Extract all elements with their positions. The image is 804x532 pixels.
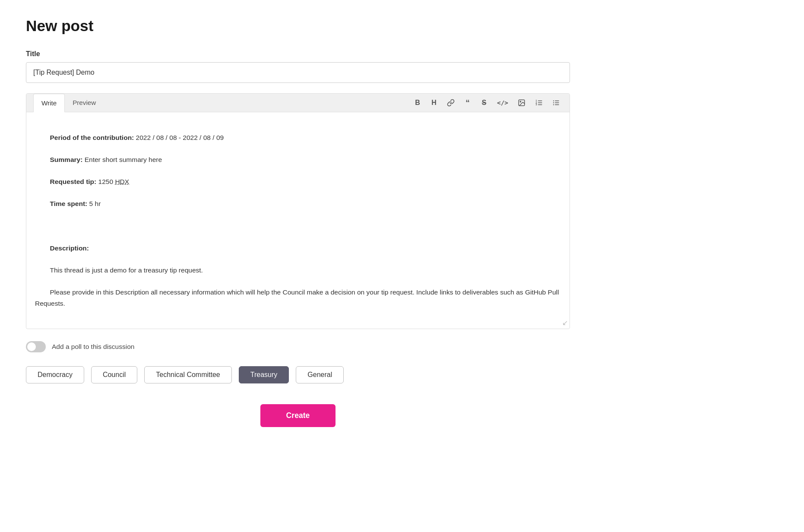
page-title: New post	[26, 17, 570, 35]
svg-point-12	[553, 102, 554, 103]
strikethrough-icon[interactable]: S	[478, 97, 490, 109]
create-button[interactable]: Create	[260, 404, 336, 427]
preview-tab[interactable]: Preview	[65, 94, 104, 112]
code-icon[interactable]: </>	[494, 97, 511, 109]
unordered-list-icon[interactable]	[550, 97, 563, 109]
editor-toolbar: B H “ S </>	[411, 96, 563, 109]
editor-content[interactable]: Period of the contribution: 2022 / 08 / …	[35, 121, 561, 320]
poll-label: Add a poll to this discussion	[52, 343, 134, 351]
category-council[interactable]: Council	[91, 366, 137, 383]
bold-icon[interactable]: B	[411, 97, 424, 109]
image-icon[interactable]	[515, 97, 528, 109]
hdx-token: HDX	[115, 178, 129, 185]
toggle-slider	[26, 341, 46, 352]
svg-point-11	[553, 100, 554, 101]
heading-icon[interactable]: H	[428, 97, 440, 109]
new-post-form: New post Title Write Preview B H “ S </>	[26, 17, 570, 427]
category-treasury[interactable]: Treasury	[239, 366, 289, 383]
poll-toggle[interactable]	[26, 341, 46, 352]
editor-container: Write Preview B H “ S </>	[26, 93, 570, 329]
category-democracy[interactable]: Democracy	[26, 366, 84, 383]
link-icon[interactable]	[444, 97, 457, 109]
title-label: Title	[26, 50, 570, 58]
svg-point-13	[553, 104, 554, 105]
create-btn-row: Create	[26, 404, 570, 427]
write-tab[interactable]: Write	[33, 94, 65, 112]
title-input[interactable]	[26, 62, 570, 83]
svg-point-1	[520, 101, 521, 102]
ordered-list-icon[interactable]: 1 2 3	[532, 97, 545, 109]
svg-text:3: 3	[536, 103, 537, 106]
quote-icon[interactable]: “	[462, 96, 474, 109]
editor-tabs: Write Preview B H “ S </>	[26, 94, 570, 112]
category-row: Democracy Council Technical Committee Tr…	[26, 366, 570, 383]
editor-body: Period of the contribution: 2022 / 08 / …	[26, 112, 570, 329]
poll-toggle-row: Add a poll to this discussion	[26, 341, 570, 352]
category-technical-committee[interactable]: Technical Committee	[144, 366, 232, 383]
resize-handle: ↙	[562, 319, 568, 327]
category-general[interactable]: General	[296, 366, 344, 383]
